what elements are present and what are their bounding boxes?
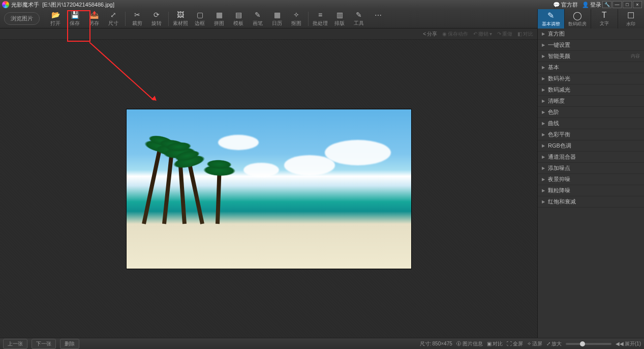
tab-label: 基本调整 [542, 21, 560, 27]
undo-button[interactable]: ↶撤销▾ [473, 31, 492, 38]
zoom-slider[interactable] [566, 343, 611, 345]
tab-label: 文字 [600, 20, 609, 27]
right-tab-水印[interactable]: ☐水印 [618, 9, 645, 28]
tool-label: 批处理 [313, 20, 328, 27]
zoom-slider-knob[interactable] [580, 341, 585, 346]
compare-button[interactable]: ◧对比 [517, 31, 533, 38]
tool-icon: ✧ [292, 11, 300, 19]
panel-item-红饱和衰减[interactable]: ▶红饱和衰减 [538, 196, 644, 208]
panel-item-清晰度[interactable]: ▶清晰度 [538, 96, 644, 107]
canvas-area[interactable] [0, 40, 537, 338]
tool-打开[interactable]: 📂打开 [48, 11, 63, 27]
tool-抠图[interactable]: ✧抠图 [289, 11, 304, 27]
prev-image-button[interactable]: 上一张 [3, 339, 27, 349]
tool-画笔[interactable]: ✎画笔 [250, 11, 265, 27]
redo-button[interactable]: ↷重做 [497, 31, 512, 38]
zoom-label: 放大 [551, 340, 562, 347]
panel-item-label: RGB色调 [548, 142, 571, 150]
tool-label: 打开 [50, 20, 60, 27]
expand-button[interactable]: ◀◀展开(1) [616, 340, 641, 347]
tab-icon: ☐ [627, 11, 634, 20]
official-group-button[interactable]: 💬官方群 [553, 1, 578, 9]
tool-素材照[interactable]: 🖼素材照 [173, 11, 188, 27]
panel-item-基本[interactable]: ▶基本 [538, 62, 644, 73]
panel-item-label: 基本 [548, 64, 559, 71]
delete-image-button[interactable]: 删除 [60, 339, 79, 349]
chevron-right-icon: ▶ [542, 110, 545, 114]
close-button[interactable]: × [633, 1, 642, 8]
tool-模板[interactable]: ▤模板 [231, 11, 246, 27]
tool-旋转[interactable]: ⟳旋转 [149, 11, 164, 27]
panel-item-通道混合器[interactable]: ▶通道混合器 [538, 152, 644, 163]
tool-label: 日历 [272, 20, 282, 27]
panel-item-添加噪点[interactable]: ▶添加噪点 [538, 163, 644, 174]
panel-item-RGB色调[interactable]: ▶RGB色调 [538, 140, 644, 152]
tab-icon: ◯ [573, 11, 582, 20]
tool-保存[interactable]: 💾保存 [67, 11, 82, 27]
share-button[interactable]: <分享 [423, 31, 437, 38]
tool-icon: ▢ [196, 11, 204, 19]
tool-排版[interactable]: ▥排版 [332, 11, 347, 27]
login-button[interactable]: 👤登录 [582, 1, 601, 9]
image-info-button[interactable]: 🛈图片信息 [456, 340, 483, 347]
tool-icon: ▦ [273, 11, 281, 19]
chevron-right-icon: ▶ [542, 188, 545, 193]
more-tools-button[interactable]: ⋯ [371, 11, 386, 26]
tool-label: 画笔 [253, 20, 263, 27]
right-tab-基本调整[interactable]: ✎基本调整 [537, 9, 564, 28]
panel-item-曲线[interactable]: ▶曲线 [538, 118, 644, 129]
fit-screen-button[interactable]: ✧适屏 [527, 340, 542, 347]
app-logo-icon [2, 1, 9, 8]
chevron-right-icon: ▶ [542, 54, 545, 59]
info-icon: 🛈 [456, 341, 462, 346]
tool-批处理[interactable]: ≡批处理 [313, 11, 328, 27]
chevron-right-icon: ▶ [542, 88, 545, 92]
panel-item-数码减光[interactable]: ▶数码减光 [538, 84, 644, 96]
zoom-button[interactable]: ⤢放大 [546, 340, 562, 347]
next-image-button[interactable]: 下一张 [32, 339, 56, 349]
tab-label: 数码暗房 [568, 21, 587, 27]
compare-status-button[interactable]: ▣对比 [487, 340, 503, 347]
size-info: 尺寸:850×475 [420, 340, 452, 347]
panel-item-label: 数码补光 [548, 75, 570, 82]
minimize-button[interactable]: — [612, 1, 622, 8]
tool-尺寸[interactable]: ⤢尺寸 [106, 11, 121, 27]
panel-item-智能美颜[interactable]: ▶智能美颜内容 [538, 51, 644, 62]
panel-item-夜景抑噪[interactable]: ▶夜景抑噪 [538, 174, 644, 185]
panel-item-label: 数码减光 [548, 86, 570, 94]
tool-icon: ▤ [234, 11, 242, 19]
redo-label: 重做 [502, 31, 512, 38]
panel-item-直方图[interactable]: ▶直方图 [538, 28, 644, 40]
tool-边框[interactable]: ▢边框 [192, 11, 207, 27]
tool-icon: ⤢ [109, 11, 117, 19]
chevron-right-icon: ▶ [542, 143, 545, 148]
tool-裁剪[interactable]: ✂裁剪 [130, 11, 145, 27]
official-label: 官方群 [561, 1, 578, 9]
panel-item-色彩平衡[interactable]: ▶色彩平衡 [538, 129, 644, 140]
panel-item-色阶[interactable]: ▶色阶 [538, 107, 644, 118]
tool-icon: ✂ [133, 11, 141, 19]
right-tabs: ✎基本调整◯数码暗房T文字☐水印 [537, 9, 644, 28]
maximize-button[interactable]: □ [623, 1, 632, 8]
browse-images-button[interactable]: 浏览图片 [4, 12, 40, 25]
tool-工具[interactable]: ✎工具 [351, 11, 366, 27]
share-icon: < [423, 31, 426, 37]
settings-dropdown-icon[interactable]: 🔧 [602, 1, 611, 8]
tool-label: 尺寸 [108, 20, 118, 27]
info-label: 图片信息 [463, 340, 483, 347]
redo-icon: ↷ [497, 31, 501, 37]
right-tab-文字[interactable]: T文字 [591, 9, 618, 28]
tool-另存[interactable]: 📤另存 [86, 11, 102, 27]
tool-日历[interactable]: ▦日历 [269, 11, 285, 27]
save-action-button[interactable]: ◉保存动作 [442, 31, 468, 38]
panel-item-一键设置[interactable]: ▶一键设置 [538, 40, 644, 51]
chevron-right-icon: ▶ [542, 65, 545, 70]
speech-icon: 💬 [553, 2, 560, 8]
right-tab-数码暗房[interactable]: ◯数码暗房 [564, 9, 591, 28]
tool-icon: ⟳ [152, 11, 161, 19]
panel-item-颗粒降噪[interactable]: ▶颗粒降噪 [538, 185, 644, 196]
tool-拼图[interactable]: ▦拼图 [211, 11, 227, 27]
fullscreen-button[interactable]: ⛶全屏 [507, 340, 523, 347]
panel-item-数码补光[interactable]: ▶数码补光 [538, 73, 644, 84]
panel-item-label: 直方图 [548, 30, 565, 38]
